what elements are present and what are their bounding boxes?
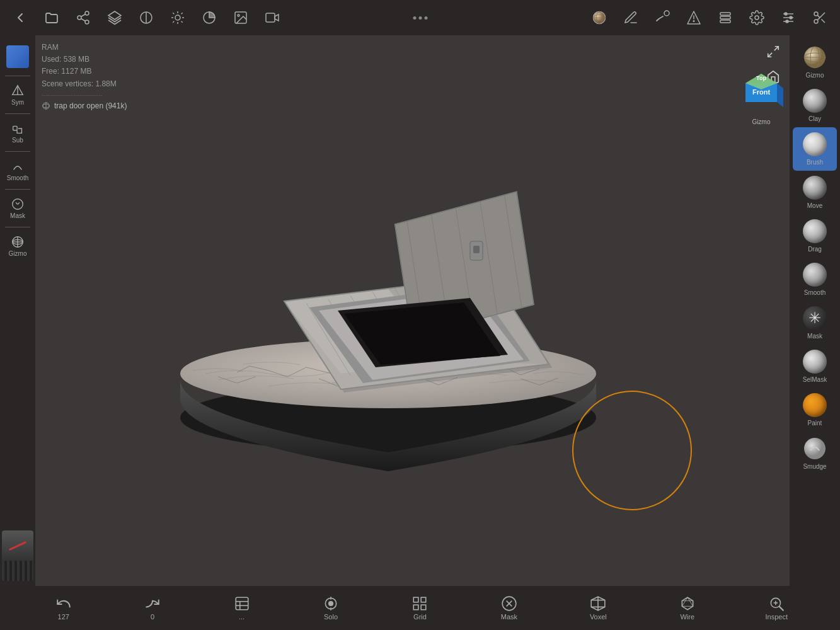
alert-icon[interactable]	[684, 8, 704, 28]
svg-point-8	[175, 15, 180, 20]
selmask-label: SelMask	[803, 376, 827, 383]
right-tool-smudge[interactable]: Smudge	[793, 432, 837, 475]
svg-point-40	[814, 12, 818, 16]
svg-line-44	[817, 15, 820, 18]
grid-button[interactable]: Grid	[404, 595, 435, 621]
settings-label: ...	[239, 613, 245, 621]
svg-marker-21	[275, 14, 279, 21]
right-tool-drag[interactable]: Drag	[793, 214, 837, 258]
image-icon[interactable]	[231, 8, 251, 28]
nav-cube-widget[interactable]: Front Top Gizmo	[739, 71, 783, 125]
voxel-label: Voxel	[590, 613, 607, 621]
canvas-area[interactable]: RAM Used: 538 MB Free: 1127 MB Scene ver…	[35, 35, 790, 586]
undo-count: 127	[58, 613, 69, 621]
mask-bottom-label: Mask	[501, 613, 517, 621]
right-tool-selmask[interactable]: SelMask	[793, 345, 837, 388]
svg-point-41	[814, 20, 818, 23]
svg-point-39	[786, 20, 788, 23]
ram-used: Used: 538 MB	[42, 54, 127, 66]
svg-rect-106	[414, 597, 419, 602]
right-tool-smooth[interactable]: Smooth	[793, 258, 837, 301]
share-icon[interactable]	[73, 8, 93, 28]
svg-rect-107	[422, 597, 427, 602]
sidebar-divider-4	[5, 189, 30, 190]
svg-marker-5	[108, 11, 121, 20]
gizmo-button[interactable]	[589, 8, 609, 28]
toolbar-left	[10, 8, 282, 28]
used-label: Used:	[42, 55, 61, 64]
sliders-icon[interactable]	[778, 8, 798, 28]
free-label: Free:	[42, 67, 59, 76]
paint-sphere	[803, 393, 827, 417]
svg-rect-32	[720, 20, 730, 23]
right-tool-gizmo[interactable]: Gizmo	[793, 40, 837, 84]
sidebar-divider-3	[5, 151, 30, 152]
sub-label: Sub	[12, 137, 23, 144]
sidebar-item-mask[interactable]: Mask	[2, 192, 33, 224]
sidebar-item-sym[interactable]: Sym	[2, 79, 33, 111]
brush-sphere	[803, 132, 827, 156]
object-name-text: trap door open (941k)	[54, 100, 127, 112]
svg-rect-31	[720, 16, 730, 19]
material-icon[interactable]	[199, 8, 219, 28]
mask-label: Mask	[10, 212, 25, 219]
free-value: 1127 MB	[61, 67, 91, 76]
svg-line-56	[774, 47, 778, 50]
sidebar-item-sub[interactable]: Sub	[2, 117, 33, 149]
inspect-button[interactable]: Inspect	[761, 595, 792, 621]
layers-icon[interactable]	[105, 8, 125, 28]
vertices-label: Scene vertices:	[42, 79, 93, 88]
smooth-right-label: Smooth	[804, 289, 826, 296]
svg-rect-98	[236, 597, 248, 610]
pencil-icon[interactable]	[621, 8, 641, 28]
color-swatch-item[interactable]	[2, 40, 33, 73]
sidebar-item-gizmo[interactable]: Gizmo	[2, 230, 33, 262]
symmetry-icon[interactable]	[136, 8, 156, 28]
right-tool-mask[interactable]: ✳ Mask	[793, 301, 837, 345]
svg-point-37	[785, 13, 787, 15]
gizmo-left-label: Gizmo	[9, 250, 27, 257]
video-icon[interactable]	[262, 8, 282, 28]
inspect-label: Inspect	[765, 613, 787, 621]
mask-bottom-button[interactable]: Mask	[493, 595, 525, 621]
svg-point-102	[329, 602, 333, 606]
svg-line-3	[81, 19, 86, 21]
color-swatch[interactable]	[6, 45, 29, 68]
model-scene[interactable]	[35, 35, 790, 586]
bottom-settings-button[interactable]: ...	[226, 595, 258, 621]
toolbar-right	[589, 8, 830, 28]
voxel-button[interactable]: Voxel	[582, 595, 614, 621]
brush-label: Brush	[807, 159, 823, 166]
right-tool-paint[interactable]: Paint	[793, 388, 837, 432]
svg-line-12	[181, 21, 183, 23]
undo-button[interactable]: 127	[48, 595, 79, 621]
expand-button[interactable]	[763, 42, 783, 62]
settings-icon[interactable]	[747, 8, 767, 28]
back-button[interactable]	[10, 8, 30, 28]
folder-icon[interactable]	[42, 8, 62, 28]
right-tool-move[interactable]: Move	[793, 171, 837, 214]
smooth-sphere	[803, 263, 827, 287]
svg-point-38	[790, 16, 792, 19]
center-indicator	[413, 16, 427, 20]
light-icon[interactable]	[168, 8, 188, 28]
svg-line-15	[173, 21, 174, 23]
right-tool-brush[interactable]: Brush	[793, 127, 837, 171]
solo-button[interactable]: Solo	[315, 595, 347, 621]
sidebar-item-smooth[interactable]: Smooth	[2, 154, 33, 186]
vertices-info: Scene vertices: 1.88M	[42, 78, 127, 90]
svg-rect-47	[13, 126, 17, 130]
scissors-icon[interactable]	[810, 8, 830, 28]
right-tool-clay[interactable]: Clay	[793, 84, 837, 127]
svg-rect-109	[422, 605, 427, 610]
wire-button[interactable]: Wire	[672, 595, 703, 621]
brush-tool-icon[interactable]	[652, 8, 672, 28]
redo-button[interactable]: 0	[137, 595, 168, 621]
svg-point-2	[85, 20, 89, 24]
svg-point-29	[693, 21, 694, 22]
mask-asterisk-icon: ✳	[808, 311, 821, 326]
svg-line-4	[81, 14, 86, 17]
scene-layers-icon[interactable]	[715, 8, 735, 28]
svg-point-0	[85, 11, 89, 15]
right-gizmo-label: Gizmo	[806, 72, 824, 79]
